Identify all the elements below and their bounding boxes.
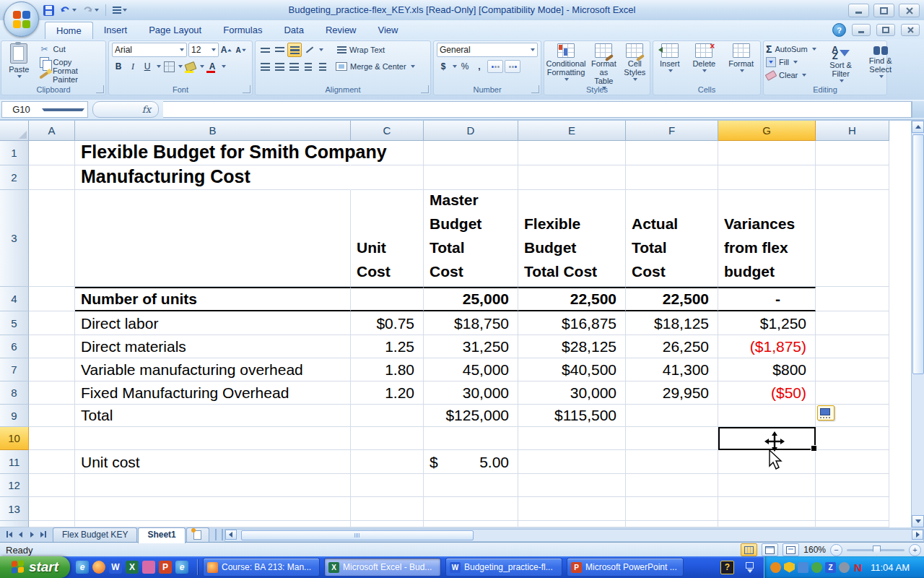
row-header-3[interactable]: 3: [0, 190, 29, 287]
tab-view[interactable]: View: [367, 22, 409, 39]
insert-worksheet-button[interactable]: [186, 527, 209, 542]
column-header-D[interactable]: D: [424, 121, 518, 141]
vertical-scrollbar[interactable]: [911, 121, 924, 527]
borders-button[interactable]: [162, 60, 175, 73]
taskbar-button-excel[interactable]: X Microsoft Excel - Bud...: [324, 558, 441, 577]
cell-C7[interactable]: 1.80: [351, 358, 424, 381]
cell-D7[interactable]: 45,000: [424, 358, 518, 381]
tab-home[interactable]: Home: [45, 22, 93, 40]
cell-A9[interactable]: [29, 405, 75, 427]
name-box[interactable]: G10: [1, 101, 88, 118]
fill-color-button[interactable]: [184, 60, 197, 73]
cell-F1[interactable]: [626, 141, 718, 165]
cell-F6[interactable]: 26,250: [626, 335, 718, 358]
clipboard-dialog-launcher[interactable]: [96, 85, 104, 93]
cell-H7[interactable]: [816, 358, 889, 381]
italic-button[interactable]: I: [126, 60, 139, 73]
cell-C5[interactable]: $0.75: [351, 311, 424, 335]
cell-H3[interactable]: [816, 190, 889, 287]
norton-tray-icon[interactable]: N: [853, 562, 863, 573]
row-header-11[interactable]: 11: [0, 450, 29, 474]
font-name-combo[interactable]: Arial: [112, 43, 187, 57]
cell-F13[interactable]: [626, 497, 718, 521]
decrease-indent-button[interactable]: [302, 60, 315, 73]
format-painter-button[interactable]: Format Painter: [37, 69, 105, 82]
borders-dropdown[interactable]: [178, 65, 183, 68]
cell-H10[interactable]: [816, 427, 889, 450]
name-box-dropdown[interactable]: [42, 108, 84, 111]
page-layout-view-button[interactable]: [762, 543, 778, 556]
tab-formulas[interactable]: Formulas: [212, 22, 273, 39]
increase-decimal-button[interactable]: [487, 60, 503, 73]
cell-D9[interactable]: $125,000: [424, 405, 518, 427]
middle-align-button[interactable]: [273, 43, 286, 56]
cell-G5[interactable]: $1,250: [718, 311, 816, 335]
close-button[interactable]: [899, 4, 920, 17]
volume-tray-icon[interactable]: [839, 562, 850, 573]
top-align-button[interactable]: [258, 43, 271, 56]
sort-filter-button[interactable]: AZ Sort & Filter: [823, 44, 859, 85]
cell-F14[interactable]: [626, 521, 718, 527]
cell-D1[interactable]: [424, 141, 518, 165]
cell-H8[interactable]: [816, 381, 889, 405]
zonealarm-tray-icon[interactable]: Z: [825, 562, 836, 573]
antivirus-tray-icon[interactable]: [811, 562, 822, 573]
cell-B5[interactable]: Direct labor: [75, 311, 351, 335]
tab-data[interactable]: Data: [273, 22, 314, 39]
cell-C3[interactable]: Unit Cost: [351, 190, 424, 287]
minimize-button[interactable]: [848, 4, 869, 17]
cell-E4[interactable]: 22,500: [518, 287, 626, 311]
number-dialog-launcher[interactable]: [531, 85, 539, 93]
insert-cells-button[interactable]: Insert: [657, 41, 683, 74]
cell-E2[interactable]: [518, 165, 626, 190]
cell-D11[interactable]: $5.00: [424, 450, 518, 474]
alignment-dialog-launcher[interactable]: [421, 85, 429, 93]
orientation-button[interactable]: [303, 43, 316, 56]
cell-G13[interactable]: [718, 497, 816, 521]
row-header-2[interactable]: 2: [0, 165, 29, 190]
cell-G2[interactable]: [718, 165, 816, 190]
cell-C14[interactable]: [351, 521, 424, 527]
column-header-E[interactable]: E: [518, 121, 626, 141]
help-tray-icon[interactable]: ?: [720, 561, 734, 574]
cut-button[interactable]: ✂ Cut: [37, 43, 105, 56]
row-header-13[interactable]: 13: [0, 497, 29, 521]
column-header-B[interactable]: B: [75, 121, 351, 141]
row-header-9[interactable]: 9: [0, 405, 29, 427]
align-right-button[interactable]: [287, 60, 300, 73]
row-header-4[interactable]: 4: [0, 287, 29, 311]
cell-F9[interactable]: [626, 405, 718, 427]
accounting-format-dropdown[interactable]: [453, 65, 457, 68]
fill-color-dropdown[interactable]: [200, 65, 204, 68]
cell-A14[interactable]: [29, 521, 75, 527]
cell-C6[interactable]: 1.25: [351, 335, 424, 358]
cell-F8[interactable]: 29,950: [626, 381, 718, 405]
cell-G3[interactable]: Variances from flex budget: [718, 190, 816, 287]
row-header-7[interactable]: 7: [0, 358, 29, 381]
password-key-icon[interactable]: [142, 561, 155, 574]
next-sheet-button[interactable]: [27, 530, 37, 539]
cell-H14[interactable]: [816, 521, 889, 527]
workbook-restore-button[interactable]: [876, 24, 895, 36]
cell-B14[interactable]: [75, 521, 351, 527]
taskbar-button-powerpoint[interactable]: P Microsoft PowerPoint ...: [567, 558, 684, 577]
cell-H1[interactable]: [816, 141, 889, 165]
cell-G7[interactable]: $800: [718, 358, 816, 381]
select-all-corner[interactable]: [0, 121, 29, 141]
cell-B4[interactable]: Number of units: [75, 287, 351, 311]
cell-A7[interactable]: [29, 358, 75, 381]
percent-style-button[interactable]: %: [458, 60, 471, 73]
cell-B12[interactable]: [75, 474, 351, 497]
increase-indent-button[interactable]: [316, 60, 329, 73]
font-color-dropdown[interactable]: [222, 65, 226, 68]
cell-E7[interactable]: $40,500: [518, 358, 626, 381]
cell-E6[interactable]: $28,125: [518, 335, 626, 358]
comma-style-button[interactable]: ,: [473, 60, 486, 73]
cell-C11[interactable]: [351, 450, 424, 474]
zoom-in-button[interactable]: +: [909, 544, 921, 556]
workbook-minimize-button[interactable]: [852, 24, 871, 36]
cell-A8[interactable]: [29, 381, 75, 405]
cell-D2[interactable]: [424, 165, 518, 190]
cell-G12[interactable]: [718, 474, 816, 497]
start-button[interactable]: start: [0, 556, 70, 578]
